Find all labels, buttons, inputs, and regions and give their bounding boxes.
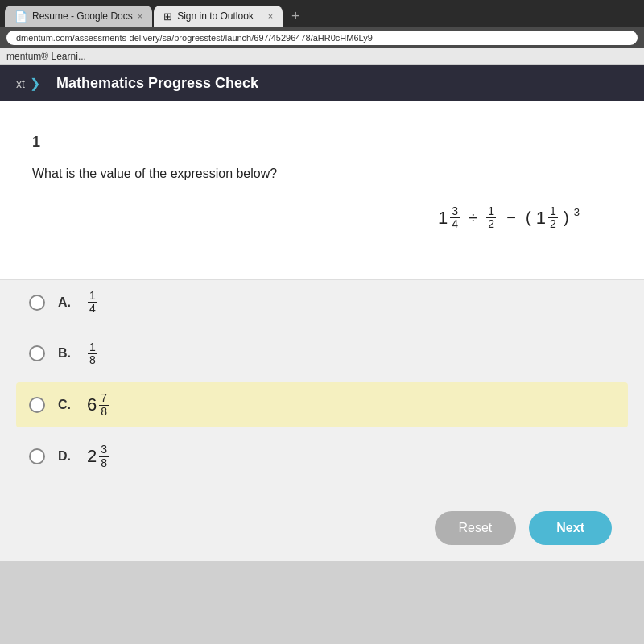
mixed-num-2: 1 1 2 [536, 205, 559, 231]
option-b-value: 1 8 [87, 341, 98, 367]
radio-c[interactable] [29, 397, 45, 413]
nav-text: xt [16, 77, 25, 90]
reset-button[interactable]: Reset [435, 511, 517, 545]
option-c[interactable]: C. 6 7 8 [16, 382, 628, 427]
question-number: 1 [32, 126, 612, 151]
tab-close-resume[interactable]: × [138, 11, 142, 21]
url-input[interactable]: dmentum.com/assessments-delivery/sa/prog… [6, 31, 638, 45]
option-d-value: 2 3 8 [87, 444, 109, 469]
frac-half: 1 2 [486, 205, 496, 231]
option-a[interactable]: A. 1 4 [16, 280, 628, 325]
new-tab-button[interactable]: + [284, 5, 307, 27]
tab-resume-label: Resume - Google Docs [32, 10, 133, 22]
next-button[interactable]: Next [529, 511, 612, 545]
tab-outlook-label: Sign in to Outlook [177, 10, 254, 22]
expression-container: 1 3 4 ÷ 1 2 − ( 1 1 2 [32, 205, 580, 231]
exponent: 3 [574, 206, 580, 218]
url-text: dmentum.com/assessments-delivery/sa/prog… [16, 33, 373, 43]
tab-outlook[interactable]: ⊞ Sign in to Outlook × [154, 6, 283, 27]
header-nav: xt ❯ [16, 76, 40, 91]
tab-resume[interactable]: 📄 Resume - Google Docs × [5, 6, 152, 27]
math-expression: 1 3 4 ÷ 1 2 − ( 1 1 2 [438, 205, 580, 231]
bookmark-label: mentum® Learni... [6, 51, 86, 62]
assessment-title: Mathematics Progress Check [56, 75, 258, 92]
bookmark-bar: mentum® Learni... [0, 48, 644, 65]
outlook-icon: ⊞ [163, 10, 172, 23]
docs-icon: 📄 [14, 10, 27, 23]
tab-bar: 📄 Resume - Google Docs × ⊞ Sign in to Ou… [0, 0, 644, 27]
question-area: 1 What is the value of the expression be… [0, 101, 644, 279]
option-d-letter: D. [58, 449, 74, 464]
browser-chrome: 📄 Resume - Google Docs × ⊞ Sign in to Ou… [0, 0, 644, 65]
option-b-letter: B. [58, 346, 74, 361]
option-a-letter: A. [58, 295, 74, 310]
tab-close-outlook[interactable]: × [268, 11, 273, 21]
radio-a[interactable] [29, 295, 45, 311]
option-c-letter: C. [58, 398, 74, 412]
question-text: What is the value of the expression belo… [32, 167, 612, 181]
mixed-num-1: 1 3 4 [438, 205, 460, 231]
main-content: xt ❯ Mathematics Progress Check 1 What i… [0, 65, 644, 561]
option-a-value: 1 4 [87, 290, 98, 316]
radio-d[interactable] [29, 448, 45, 464]
radio-b[interactable] [29, 345, 45, 361]
option-c-value: 6 7 8 [87, 392, 109, 418]
nav-arrow-icon: ❯ [30, 76, 40, 91]
bottom-bar: Reset Next [0, 495, 644, 561]
assessment-header: xt ❯ Mathematics Progress Check [0, 65, 644, 101]
options-area: A. 1 4 B. 1 8 C. [0, 280, 644, 479]
option-d[interactable]: D. 2 3 8 [16, 434, 628, 479]
address-bar: dmentum.com/assessments-delivery/sa/prog… [0, 27, 644, 48]
option-b[interactable]: B. 1 8 [16, 332, 628, 377]
